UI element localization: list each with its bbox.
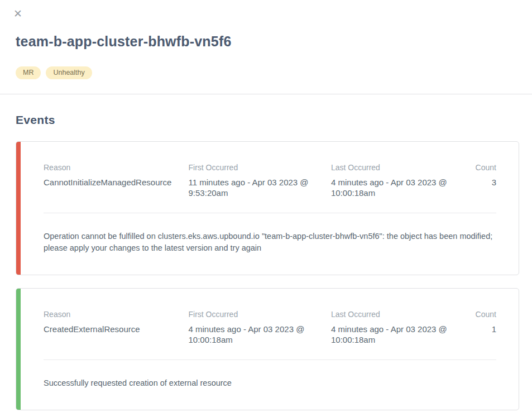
card-divider xyxy=(44,360,496,360)
badge-row: MR Unhealthy xyxy=(16,66,532,79)
events-list: Reason First Occurred Last Occurred Coun… xyxy=(0,141,532,410)
detail-header: ✕ team-b-app-cluster-bhwfb-vn5f6 MR Unhe… xyxy=(0,0,532,79)
column-header-reason: Reason xyxy=(44,162,189,177)
events-section: Events Reason First Occurred Last Occurr… xyxy=(0,113,532,410)
event-last-occurred: 4 minutes ago - Apr 03 2023 @ 10:00:18am xyxy=(331,177,473,198)
card-divider xyxy=(44,213,496,213)
status-badge-unhealthy: Unhealthy xyxy=(46,66,92,79)
column-header-count: Count xyxy=(473,309,496,324)
event-card-body: Reason First Occurred Last Occurred Coun… xyxy=(21,142,519,275)
column-header-first-occurred: First Occurred xyxy=(189,162,331,177)
page-title: team-b-app-cluster-bhwfb-vn5f6 xyxy=(16,33,516,50)
event-reason: CreatedExternalResource xyxy=(44,324,189,345)
event-table: Reason First Occurred Last Occurred Coun… xyxy=(44,162,496,198)
event-first-occurred: 4 minutes ago - Apr 03 2023 @ 10:00:18am xyxy=(189,324,331,345)
event-last-occurred: 4 minutes ago - Apr 03 2023 @ 10:00:18am xyxy=(331,324,473,345)
column-header-count: Count xyxy=(473,162,496,177)
event-count: 3 xyxy=(473,177,496,198)
event-reason: CannotInitializeManagedResource xyxy=(44,177,189,198)
events-heading: Events xyxy=(16,113,532,127)
status-color-bar xyxy=(16,142,21,275)
event-message: Successfully requested creation of exter… xyxy=(44,377,496,389)
event-message: Operation cannot be fulfilled on cluster… xyxy=(44,231,496,254)
header-divider xyxy=(0,94,532,94)
event-count: 1 xyxy=(473,324,496,345)
event-card-success: Reason First Occurred Last Occurred Coun… xyxy=(16,288,519,410)
close-icon[interactable]: ✕ xyxy=(12,8,23,19)
event-table: Reason First Occurred Last Occurred Coun… xyxy=(44,309,496,345)
column-header-first-occurred: First Occurred xyxy=(189,309,331,324)
event-card-body: Reason First Occurred Last Occurred Coun… xyxy=(21,289,519,410)
event-card-error: Reason First Occurred Last Occurred Coun… xyxy=(16,141,519,275)
status-badge-mr: MR xyxy=(16,66,41,79)
event-first-occurred: 11 minutes ago - Apr 03 2023 @ 9:53:20am xyxy=(189,177,331,198)
column-header-last-occurred: Last Occurred xyxy=(331,309,473,324)
status-color-bar xyxy=(16,289,21,410)
column-header-reason: Reason xyxy=(44,309,189,324)
column-header-last-occurred: Last Occurred xyxy=(331,162,473,177)
